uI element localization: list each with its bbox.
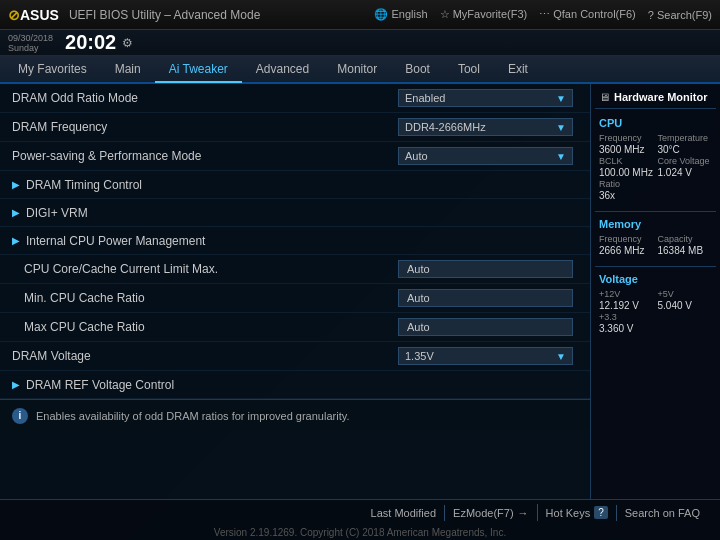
- hw-12v-value: 12.192 V: [599, 300, 654, 311]
- section-digi-vrm[interactable]: ▶ DIGI+ VRM: [0, 199, 590, 227]
- search-faq-button[interactable]: Search on FAQ: [616, 505, 708, 521]
- hw-divider-2: [595, 266, 716, 267]
- search-link[interactable]: ? Search(F9): [648, 9, 712, 21]
- footer-controls: Last Modified EzMode(F7) → Hot Keys ? Se…: [363, 504, 708, 521]
- section-dram-timing[interactable]: ▶ DRAM Timing Control: [0, 171, 590, 199]
- setting-power-saving: Power-saving & Performance Mode Auto ▼: [0, 142, 590, 171]
- status-message: Enables availability of odd DRAM ratios …: [36, 410, 578, 422]
- hw-cpu-bclk-value: 100.00 MHz: [599, 167, 654, 178]
- status-bar: i Enables availability of odd DRAM ratio…: [0, 399, 590, 431]
- hotkeys-button[interactable]: Hot Keys ?: [537, 504, 616, 521]
- cpu-current-limit-input[interactable]: Auto: [398, 260, 573, 278]
- hw-monitor-panel: 🖥 Hardware Monitor CPU Frequency Tempera…: [590, 84, 720, 499]
- hw-cpu-grid: Frequency Temperature 3600 MHz 30°C BCLK…: [595, 133, 716, 207]
- settings-panel: DRAM Odd Ratio Mode Enabled ▼ DRAM Frequ…: [0, 84, 590, 499]
- max-cache-ratio-value: Auto: [398, 318, 578, 336]
- dram-odd-ratio-value: Enabled ▼: [398, 89, 578, 107]
- setting-dram-odd-ratio: DRAM Odd Ratio Mode Enabled ▼: [0, 84, 590, 113]
- globe-icon: 🌐: [374, 8, 388, 20]
- nav-bar: My Favorites Main Ai Tweaker Advanced Mo…: [0, 56, 720, 84]
- hw-mem-freq-label: Frequency: [599, 234, 654, 244]
- dram-voltage-value: 1.35V ▼: [398, 347, 578, 365]
- hw-cpu-corevolt-label: Core Voltage: [658, 156, 713, 166]
- setting-dram-voltage: DRAM Voltage 1.35V ▼: [0, 342, 590, 371]
- nav-my-favorites[interactable]: My Favorites: [4, 56, 101, 82]
- setting-min-cache-ratio: Min. CPU Cache Ratio Auto: [0, 284, 590, 313]
- nav-monitor[interactable]: Monitor: [323, 56, 391, 82]
- dram-frequency-value: DDR4-2666MHz ▼: [398, 118, 578, 136]
- max-cache-ratio-label: Max CPU Cache Ratio: [24, 320, 398, 334]
- setting-dram-frequency: DRAM Frequency DDR4-2666MHz ▼: [0, 113, 590, 142]
- setting-cpu-current-limit: CPU Core/Cache Current Limit Max. Auto: [0, 255, 590, 284]
- section-cpu-power[interactable]: ▶ Internal CPU Power Management: [0, 227, 590, 255]
- hw-5v-label: +5V: [658, 289, 713, 299]
- hw-cpu-temp-value: 30°C: [658, 144, 713, 155]
- expand-right-icon: ▶: [12, 379, 20, 390]
- dram-frequency-label: DRAM Frequency: [12, 120, 398, 134]
- search-icon: ?: [648, 9, 654, 21]
- info-icon: i: [12, 408, 28, 424]
- footer: Last Modified EzMode(F7) → Hot Keys ? Se…: [0, 499, 720, 525]
- chevron-down-icon: ▼: [556, 122, 566, 133]
- hw-cpu-bclk-label: BCLK: [599, 156, 654, 166]
- fan-icon: ⋯: [539, 8, 550, 20]
- hw-5v-value: 5.040 V: [658, 300, 713, 311]
- min-cache-ratio-value: Auto: [398, 289, 578, 307]
- chevron-down-icon: ▼: [556, 151, 566, 162]
- hw-memory-label: Memory: [595, 216, 716, 232]
- dram-timing-label: DRAM Timing Control: [26, 178, 142, 192]
- hw-33v-value: 3.360 V: [599, 323, 654, 334]
- setting-max-cache-ratio: Max CPU Cache Ratio Auto: [0, 313, 590, 342]
- language-selector[interactable]: 🌐 English: [374, 8, 427, 21]
- content-area: DRAM Odd Ratio Mode Enabled ▼ DRAM Frequ…: [0, 84, 720, 499]
- settings-gear-icon[interactable]: ⚙: [122, 36, 133, 50]
- nav-advanced[interactable]: Advanced: [242, 56, 323, 82]
- chevron-down-icon: ▼: [556, 351, 566, 362]
- date-display: 09/30/2018 Sunday: [8, 33, 65, 53]
- section-dram-ref-voltage[interactable]: ▶ DRAM REF Voltage Control: [0, 371, 590, 399]
- hw-memory-grid: Frequency Capacity 2666 MHz 16384 MB: [595, 234, 716, 262]
- qfan-link[interactable]: ⋯ Qfan Control(F6): [539, 8, 636, 21]
- asus-logo: ⊘ASUS: [8, 7, 59, 23]
- hw-cpu-freq-value: 3600 MHz: [599, 144, 654, 155]
- dram-voltage-select[interactable]: 1.35V ▼: [398, 347, 573, 365]
- min-cache-ratio-input[interactable]: Auto: [398, 289, 573, 307]
- dram-frequency-select[interactable]: DDR4-2666MHz ▼: [398, 118, 573, 136]
- cpu-current-limit-label: CPU Core/Cache Current Limit Max.: [24, 262, 398, 276]
- hw-mem-cap-label: Capacity: [658, 234, 713, 244]
- hw-mem-freq-value: 2666 MHz: [599, 245, 654, 256]
- hw-cpu-temp-label: Temperature: [658, 133, 713, 143]
- hw-divider-1: [595, 211, 716, 212]
- hw-cpu-ratio-label: Ratio: [599, 179, 654, 189]
- time-bar: 09/30/2018 Sunday 20:02 ⚙: [0, 30, 720, 56]
- myfavorite-link[interactable]: ☆ MyFavorite(F3): [440, 8, 528, 21]
- last-modified-button[interactable]: Last Modified: [363, 505, 444, 521]
- hw-mem-cap-value: 16384 MB: [658, 245, 713, 256]
- dram-ref-voltage-label: DRAM REF Voltage Control: [26, 378, 174, 392]
- power-saving-select[interactable]: Auto ▼: [398, 147, 573, 165]
- max-cache-ratio-input[interactable]: Auto: [398, 318, 573, 336]
- nav-boot[interactable]: Boot: [391, 56, 444, 82]
- nav-tool[interactable]: Tool: [444, 56, 494, 82]
- cpu-current-limit-value: Auto: [398, 260, 578, 278]
- hw-cpu-freq-label: Frequency: [599, 133, 654, 143]
- expand-right-icon: ▶: [12, 235, 20, 246]
- hw-33v-label: +3.3: [599, 312, 654, 322]
- hw-cpu-label: CPU: [595, 115, 716, 131]
- power-saving-label: Power-saving & Performance Mode: [12, 149, 398, 163]
- hw-cpu-ratio-value: 36x: [599, 190, 654, 201]
- nav-ai-tweaker[interactable]: Ai Tweaker: [155, 57, 242, 83]
- nav-main[interactable]: Main: [101, 56, 155, 82]
- bios-title: UEFI BIOS Utility – Advanced Mode: [69, 8, 375, 22]
- chevron-down-icon: ▼: [556, 93, 566, 104]
- hw-voltage-grid: +12V +5V 12.192 V 5.040 V +3.3 3.360 V: [595, 289, 716, 340]
- top-bar: ⊘ASUS UEFI BIOS Utility – Advanced Mode …: [0, 0, 720, 30]
- nav-exit[interactable]: Exit: [494, 56, 542, 82]
- hw-cpu-corevolt-value: 1.024 V: [658, 167, 713, 178]
- star-icon: ☆: [440, 8, 450, 20]
- expand-right-icon: ▶: [12, 207, 20, 218]
- ezmode-button[interactable]: EzMode(F7) →: [444, 505, 537, 521]
- hw-12v-label: +12V: [599, 289, 654, 299]
- time-display: 20:02: [65, 31, 116, 54]
- dram-odd-ratio-select[interactable]: Enabled ▼: [398, 89, 573, 107]
